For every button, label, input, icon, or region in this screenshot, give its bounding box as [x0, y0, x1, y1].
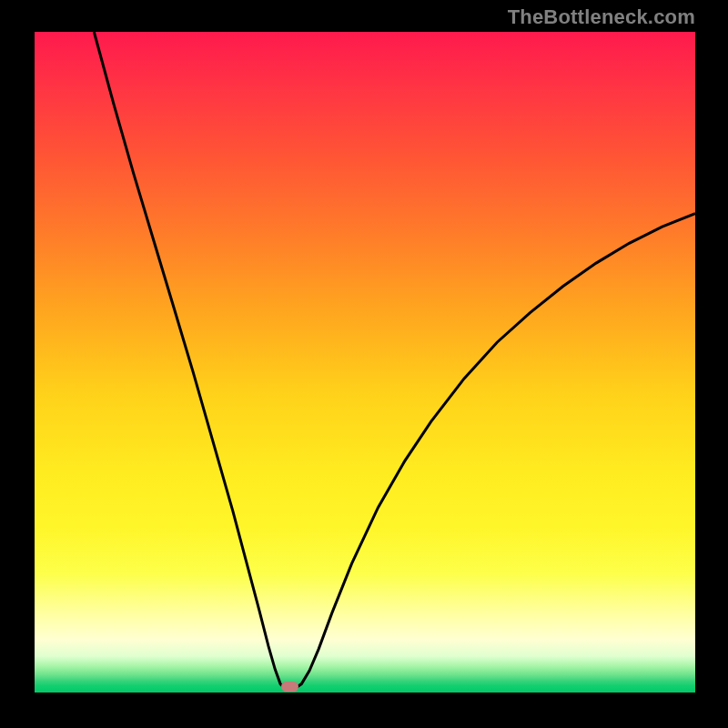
optimal-point-marker: [281, 682, 298, 693]
chart-frame: TheBottleneck.com: [0, 0, 728, 728]
attribution-watermark: TheBottleneck.com: [508, 5, 695, 29]
plot-area: [35, 32, 695, 693]
